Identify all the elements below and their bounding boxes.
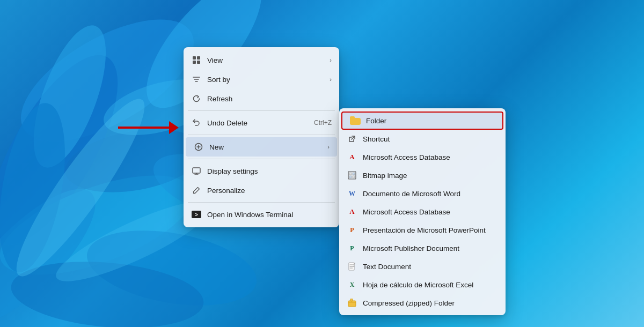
bitmap-label: Bitmap image (363, 172, 407, 180)
new-submenu: Folder Shortcut A Microsoft Access Datab… (339, 108, 506, 315)
svg-rect-23 (349, 176, 352, 178)
zip-icon (347, 298, 357, 308)
svg-rect-22 (353, 173, 355, 175)
new-label: New (209, 143, 325, 151)
powerpoint-icon: P (347, 225, 357, 235)
undodelete-shortcut: Ctrl+Z (314, 119, 332, 127)
access2-icon: A (347, 206, 357, 217)
personalize-icon (191, 185, 202, 196)
submenu-item-folder[interactable]: Folder (341, 112, 503, 130)
sortby-submenu-arrow: › (330, 76, 332, 83)
word-icon: W (347, 188, 357, 199)
context-menu: View › Sort by › Refresh (184, 47, 339, 227)
arrow-head (169, 121, 179, 134)
publisher-label: Microsoft Publisher Document (363, 244, 459, 252)
undo-icon (191, 117, 202, 128)
submenu-item-bitmap[interactable]: Bitmap image (339, 166, 506, 184)
svg-rect-27 (348, 301, 356, 307)
undodelete-label: Undo Delete (207, 119, 314, 127)
shortcut-label: Shortcut (363, 135, 390, 143)
submenu-item-word[interactable]: W Documento de Microsoft Word (339, 184, 506, 203)
refresh-icon (191, 93, 202, 104)
zip-label: Compressed (zipped) Folder (363, 299, 455, 307)
displaysettings-icon (191, 166, 202, 176)
svg-rect-19 (193, 168, 200, 173)
submenu-item-access1[interactable]: A Microsoft Access Database (339, 148, 506, 166)
submenu-item-excel[interactable]: X Hoja de cálculo de Microsoft Excel (339, 276, 506, 294)
submenu-item-zip[interactable]: Compressed (zipped) Folder (339, 294, 506, 312)
powerpoint-label: Presentación de Microsoft PowerPoint (363, 226, 486, 234)
sortby-label: Sort by (207, 76, 327, 84)
access1-icon: A (347, 152, 357, 162)
bitmap-icon (347, 170, 357, 181)
view-label: View (207, 56, 327, 64)
menu-item-view[interactable]: View › (184, 50, 339, 70)
divider-4 (188, 202, 335, 203)
menu-item-sortby[interactable]: Sort by › (184, 70, 339, 89)
text-label: Text Document (363, 263, 411, 271)
svg-rect-15 (197, 56, 200, 60)
access1-label: Microsoft Access Database (363, 153, 450, 161)
view-submenu-arrow: › (330, 57, 332, 63)
menu-item-displaysettings[interactable]: Display settings (184, 161, 339, 181)
menu-item-terminal[interactable]: Open in Windows Terminal (184, 205, 339, 224)
svg-rect-21 (349, 173, 352, 175)
svg-rect-24 (353, 176, 355, 178)
red-arrow-indicator (118, 122, 182, 133)
menu-item-new[interactable]: New › (186, 137, 337, 157)
new-icon (193, 142, 204, 152)
submenu-item-shortcut[interactable]: Shortcut (339, 130, 506, 148)
svg-rect-17 (197, 61, 200, 64)
view-icon (191, 55, 202, 65)
divider-3 (188, 159, 335, 159)
submenu-item-powerpoint[interactable]: P Presentación de Microsoft PowerPoint (339, 221, 506, 239)
menu-item-personalize[interactable]: Personalize (184, 181, 339, 200)
divider-2 (188, 135, 335, 135)
divider-1 (188, 110, 335, 111)
shortcut-icon (347, 133, 357, 144)
personalize-label: Personalize (207, 187, 332, 195)
svg-rect-14 (193, 56, 196, 60)
desktop: View › Sort by › Refresh (0, 0, 644, 327)
svg-rect-26 (354, 263, 355, 264)
arrow-line (118, 127, 169, 129)
svg-rect-16 (193, 61, 196, 64)
text-icon (347, 261, 357, 272)
folder-icon-shape (350, 116, 361, 125)
sortby-icon (191, 74, 202, 85)
publisher-icon: P (347, 243, 357, 254)
terminal-icon-shape (192, 211, 201, 218)
terminal-icon (191, 209, 202, 220)
folder-icon (350, 115, 361, 126)
access2-label: Microsoft Access Database (363, 208, 450, 216)
excel-label: Hoja de cálculo de Microsoft Excel (363, 281, 473, 289)
displaysettings-label: Display settings (207, 167, 332, 175)
new-submenu-arrow: › (327, 144, 330, 150)
menu-item-refresh[interactable]: Refresh (184, 89, 339, 108)
word-label: Documento de Microsoft Word (363, 190, 460, 198)
submenu-item-access2[interactable]: A Microsoft Access Database (339, 203, 506, 221)
submenu-item-publisher[interactable]: P Microsoft Publisher Document (339, 239, 506, 257)
excel-icon: X (347, 279, 357, 290)
folder-label: Folder (366, 117, 386, 125)
menu-item-undodelete[interactable]: Undo Delete Ctrl+Z (184, 113, 339, 132)
submenu-item-text[interactable]: Text Document (339, 257, 506, 276)
refresh-label: Refresh (207, 95, 332, 103)
terminal-label: Open in Windows Terminal (207, 211, 332, 219)
